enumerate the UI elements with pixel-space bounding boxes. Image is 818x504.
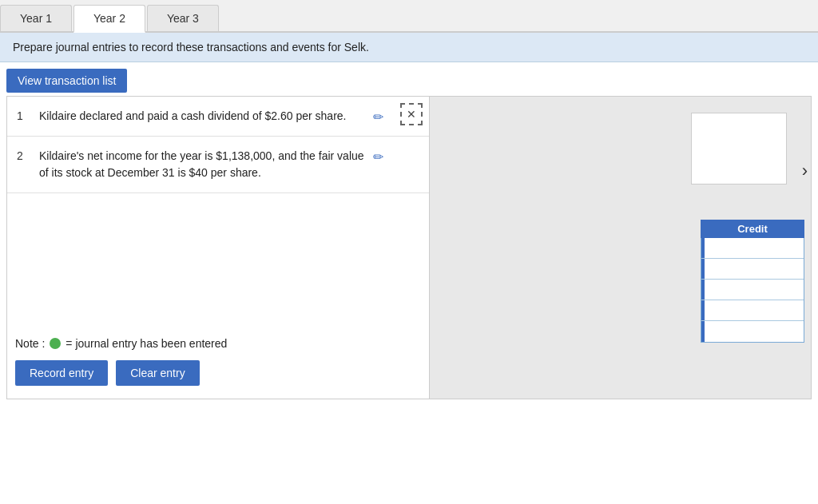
credit-section: Credit [701, 220, 804, 343]
credit-row-accent-3 [701, 280, 705, 300]
credit-row-accent-5 [701, 321, 705, 342]
credit-row-accent-1 [701, 238, 705, 258]
transaction-num-2: 2 [17, 149, 31, 162]
bottom-buttons: Record entry Clear entry View general jo… [7, 354, 431, 392]
entry-box [691, 113, 787, 185]
clear-entry-button[interactable]: Clear entry [116, 360, 199, 386]
view-transaction-button[interactable]: View transaction list [6, 69, 127, 93]
transaction-num-1: 1 [17, 109, 31, 122]
main-content: ✕ 1 Kildaire declared and paid a cash di… [0, 96, 818, 399]
credit-row-2 [701, 259, 804, 280]
chevron-right-icon[interactable]: › [802, 161, 808, 181]
close-icon[interactable]: ✕ [400, 103, 423, 125]
tabs-bar: Year 1 Year 2 Year 3 [0, 0, 818, 33]
info-bar-text: Prepare journal entries to record these … [13, 41, 369, 54]
credit-row-5 [701, 321, 804, 342]
credit-row-4 [701, 300, 804, 321]
record-entry-button[interactable]: Record entry [15, 360, 108, 386]
note-prefix: Note : [15, 337, 45, 350]
credit-header: Credit [701, 220, 804, 238]
note-bar: Note : = journal entry has been entered [7, 332, 429, 355]
close-icon-area: ✕ [400, 103, 423, 125]
transaction-item-1: 1 Kildaire declared and paid a cash divi… [7, 97, 429, 137]
credit-rows [701, 238, 804, 343]
green-dot-icon [50, 338, 61, 349]
note-text: = journal entry has been entered [66, 337, 227, 350]
info-bar: Prepare journal entries to record these … [0, 33, 818, 62]
credit-row-accent-2 [701, 259, 705, 279]
transaction-text-1: Kildaire declared and paid a cash divide… [39, 108, 365, 125]
credit-row-accent-4 [701, 300, 705, 320]
left-panel: ✕ 1 Kildaire declared and paid a cash di… [6, 96, 430, 399]
tab-year1[interactable]: Year 1 [0, 5, 72, 31]
tab-year3[interactable]: Year 3 [147, 5, 219, 31]
credit-row-1 [701, 238, 804, 259]
right-panel: › Credit [430, 96, 812, 399]
credit-row-3 [701, 280, 804, 300]
edit-icon-1[interactable]: ✏ [373, 109, 389, 125]
transaction-item-2: 2 Kildaire's net income for the year is … [7, 137, 429, 193]
transaction-text-2: Kildaire's net income for the year is $1… [39, 148, 365, 181]
edit-icon-2[interactable]: ✏ [373, 149, 389, 165]
tab-year2[interactable]: Year 2 [73, 5, 145, 33]
